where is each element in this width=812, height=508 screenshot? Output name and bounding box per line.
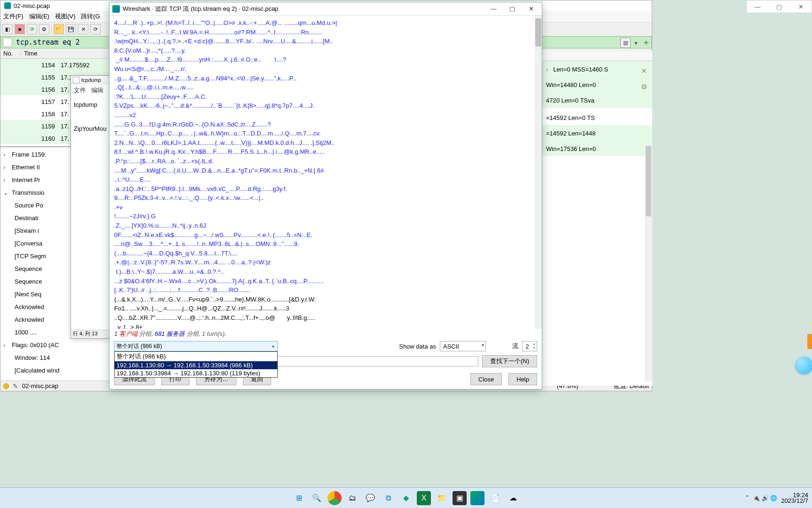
stream-label: 流 [512, 342, 518, 350]
spin-up-icon[interactable]: ▲ [532, 342, 537, 346]
excel-icon[interactable]: X [417, 491, 431, 505]
dialog-title-text: Wireshark · 追踪 TCP 流 (tcp.stream eq 2) ·… [123, 5, 483, 13]
scrollbar[interactable] [645, 145, 652, 381]
bg-close-icon[interactable]: ✕ [790, 0, 812, 13]
bg-max-icon[interactable]: ▢ [768, 0, 790, 13]
vscode-icon[interactable]: ⧉ [381, 491, 395, 505]
tray-icons[interactable]: 🔌 🔊 🌐 [753, 495, 777, 501]
main-title-text: 02-misc.pcap [14, 2, 50, 9]
dialog-titlebar[interactable]: Wireshark · 追踪 TCP 流 (tcp.stream eq 2) ·… [109, 2, 542, 16]
expand-icon[interactable]: › [3, 174, 12, 186]
terminal-icon[interactable]: ▣ [453, 491, 467, 505]
direction-input[interactable] [114, 341, 278, 351]
notepad-window: tcpdump 文件 编辑 tcpdump ZipYourMou 行 4, 列 … [70, 75, 110, 339]
taskbar-apps: ⊞ 🔍 🗂 💬 ⧉ ◆ X 📁 ▣ 📄 ☁ [292, 491, 520, 505]
start-icon[interactable]: ⊞ [292, 491, 306, 505]
menu-view[interactable]: 视图(V) [55, 12, 75, 21]
filter-bookmark-icon[interactable] [3, 38, 12, 47]
clock[interactable]: 19:24 2023/12/7 [781, 492, 808, 504]
wireshark-icon [112, 5, 120, 13]
tb-restart-icon[interactable]: ⟳ [27, 24, 37, 34]
app-icon[interactable]: ◆ [399, 491, 413, 505]
maximize-icon[interactable]: ▢ [504, 4, 520, 14]
tb-reload-icon[interactable]: ⟳ [90, 24, 101, 34]
direction-option[interactable]: 192.168.1.50:33984 → 192.168.1.130:80 (1… [115, 369, 277, 377]
stream-spinner[interactable]: ▲▼ [522, 341, 537, 351]
apply-filter-icon[interactable]: ▾ [631, 38, 641, 48]
info-row[interactable]: Win=14480 Len=0 [542, 77, 652, 92]
notepad-icon[interactable]: 📄 [488, 491, 502, 505]
tb-save-icon[interactable]: 💾 [66, 24, 76, 34]
system-tray: ˄ 🔌 🔊 🌐 19:24 2023/12/7 [746, 492, 808, 504]
chrome-icon[interactable] [328, 491, 342, 505]
dialog-controls-row1: ▾ 整个对话 (986 kB) 192.168.1.130:80 → 192.1… [109, 339, 542, 353]
direction-option[interactable]: 整个对话 (986 kB) [115, 352, 277, 361]
bg-min-icon[interactable]: — [747, 0, 768, 13]
expert-info-icon[interactable] [3, 383, 9, 389]
assistant-bubble-icon[interactable] [795, 357, 812, 374]
info-row[interactable]: 4720 Len=0 TSva [542, 92, 652, 108]
explorer-icon[interactable]: 📁 [435, 491, 449, 505]
edit-icon[interactable]: ✎ [13, 382, 18, 390]
encoding-combo[interactable]: ASCII▾ [440, 341, 486, 351]
side-tab-icon[interactable] [807, 334, 812, 349]
expand-icon[interactable]: › [3, 148, 12, 161]
tb-start-icon[interactable]: ◧ [2, 24, 13, 34]
follow-tcp-stream-dialog: Wireshark · 追踪 TCP 流 (tcp.stream eq 2) ·… [109, 2, 542, 389]
stream-content[interactable]: 4..../....R`.)..+p..>!. (M.h>T../..i....… [109, 16, 542, 329]
mid-menu-edit[interactable]: 编辑 [91, 87, 103, 94]
close-button[interactable]: Close [470, 373, 502, 385]
expand-icon[interactable]: › [3, 161, 12, 174]
tb-stop-icon[interactable]: ■ [15, 24, 25, 34]
mid-titlebar: tcpdump [71, 76, 110, 84]
gear-icon[interactable]: ⚙ [641, 83, 649, 91]
tb-open-icon[interactable]: 📂 [54, 24, 64, 34]
task-view-icon[interactable]: 🗂 [345, 491, 359, 505]
stream-number-input[interactable] [523, 343, 532, 350]
info-row[interactable]: › Len=0 MSS=1460 S [542, 61, 652, 77]
help-button[interactable]: Help [508, 373, 537, 385]
tb-close-icon[interactable]: ✕ [78, 24, 88, 34]
direction-dropdown[interactable]: 整个对话 (986 kB) 192.168.1.130:80 → 192.168… [114, 351, 278, 378]
mid-title: tcpdump [81, 77, 101, 83]
show-data-as-label: Show data as [399, 343, 436, 350]
search-icon[interactable]: 🔍 [310, 491, 324, 505]
wireshark-taskbar-icon[interactable] [470, 491, 484, 505]
add-filter-button[interactable]: + [641, 38, 651, 48]
mid-item[interactable]: ZipYourMou [71, 120, 110, 133]
wireshark-icon [4, 2, 11, 9]
find-next-button[interactable]: 查找下一个(N) [482, 355, 537, 367]
menu-edit[interactable]: 编辑(E) [29, 12, 49, 21]
direction-combo[interactable]: ▾ 整个对话 (986 kB) 192.168.1.130:80 → 192.1… [114, 341, 278, 351]
info-row[interactable]: Win=17536 Len=0 [542, 141, 652, 156]
doc-icon [73, 77, 79, 83]
collapse-icon[interactable]: ⌄ [3, 186, 12, 199]
chevron-down-icon[interactable]: ▾ [482, 342, 484, 348]
menu-go[interactable]: 跳转(G [81, 12, 100, 21]
status-file: 02-misc.pcap [22, 382, 58, 389]
expand-icon[interactable]: › [3, 339, 12, 351]
scrollbar[interactable] [535, 16, 542, 329]
info-row[interactable]: =14592 Len=1448 [542, 125, 652, 141]
menu-file[interactable]: 文件(F) [3, 12, 23, 21]
taskbar: ⊞ 🔍 🗂 💬 ⧉ ◆ X 📁 ▣ 📄 ☁ ˄ 🔌 🔊 🌐 19:24 2023… [0, 487, 812, 508]
mid-item[interactable]: tcpdump [71, 96, 110, 109]
close-peek-icon[interactable]: ✕ [641, 67, 649, 75]
scrollbar-thumb[interactable] [646, 146, 651, 216]
tray-chevron-icon[interactable]: ˄ [746, 494, 749, 501]
clear-filter-icon[interactable]: ⊠ [620, 38, 631, 48]
wechat-icon[interactable]: 💬 [363, 491, 377, 505]
stream-text[interactable]: 4..../....R`.)..+p..>!. (M.h>T../..i....… [114, 18, 537, 329]
info-row[interactable]: =14592 Len=0 TS [542, 110, 652, 125]
bg-window-controls: — ▢ ✕ [746, 0, 812, 13]
close-icon[interactable]: ✕ [523, 4, 539, 14]
direction-option[interactable]: 192.168.1.130:80 → 192.168.1.50:33984 (9… [115, 361, 277, 369]
tb-options-icon[interactable]: ⚙ [39, 24, 49, 34]
col-no-header[interactable]: No. [0, 50, 21, 57]
minimize-icon[interactable]: — [485, 4, 501, 14]
mid-menu-file[interactable]: 文件 [74, 87, 86, 94]
spin-down-icon[interactable]: ▼ [532, 346, 537, 350]
cloud-icon[interactable]: ☁ [506, 491, 520, 505]
scrollbar-thumb[interactable] [535, 18, 541, 47]
chevron-down-icon[interactable]: ▾ [270, 342, 276, 350]
